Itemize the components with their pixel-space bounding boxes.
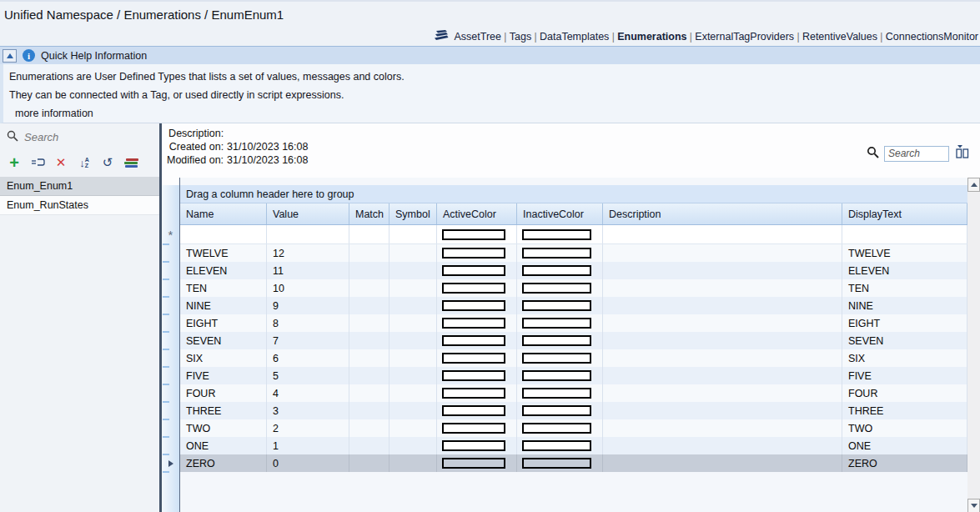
cell-activecolor[interactable] — [437, 419, 517, 437]
active-color-swatch[interactable] — [442, 283, 505, 294]
cell-description[interactable] — [603, 225, 842, 243]
active-color-swatch[interactable] — [442, 423, 505, 434]
cell-inactivecolor[interactable] — [517, 314, 603, 332]
column-header-value[interactable]: Value — [267, 203, 349, 224]
cell-symbol[interactable] — [389, 332, 437, 349]
cell-match[interactable] — [349, 297, 389, 314]
cell-value[interactable]: 11 — [267, 262, 349, 279]
collapse-button[interactable] — [3, 49, 17, 63]
column-header-description[interactable]: Description — [603, 203, 842, 224]
cell-name[interactable]: TEN — [180, 279, 267, 297]
column-header-name[interactable]: Name — [180, 203, 267, 224]
active-color-swatch[interactable] — [442, 388, 505, 399]
cell-value[interactable] — [267, 225, 349, 243]
cell-value[interactable]: 3 — [267, 402, 349, 419]
cell-inactivecolor[interactable] — [517, 225, 603, 243]
cell-symbol[interactable] — [389, 314, 437, 332]
cell-symbol[interactable] — [389, 419, 437, 437]
rename-button[interactable] — [30, 155, 45, 170]
cell-value[interactable]: 5 — [267, 367, 349, 384]
cell-name[interactable]: FIVE — [180, 367, 267, 384]
cell-inactivecolor[interactable] — [517, 297, 603, 314]
table-row[interactable]: FIVE5FIVE — [180, 367, 967, 384]
cell-value[interactable]: 9 — [267, 297, 349, 314]
cell-inactivecolor[interactable] — [517, 244, 603, 262]
inactive-color-swatch[interactable] — [522, 405, 591, 416]
import-export-button[interactable] — [123, 155, 138, 170]
cell-activecolor[interactable] — [437, 384, 517, 402]
cell-display[interactable]: TWELVE — [842, 244, 967, 262]
cell-match[interactable] — [349, 332, 389, 349]
cell-match[interactable] — [349, 402, 389, 419]
table-row[interactable] — [180, 225, 967, 244]
inactive-color-swatch[interactable] — [522, 353, 591, 364]
cell-activecolor[interactable] — [437, 297, 517, 314]
cell-symbol[interactable] — [389, 297, 437, 314]
delete-button[interactable]: ✕ — [53, 155, 68, 170]
table-row[interactable]: TEN10TEN — [180, 279, 967, 297]
cell-match[interactable] — [349, 279, 389, 297]
table-row[interactable]: EIGHT8EIGHT — [180, 314, 967, 332]
cell-description[interactable] — [603, 384, 842, 402]
cell-match[interactable] — [349, 244, 389, 262]
active-color-swatch[interactable] — [442, 440, 505, 451]
table-row[interactable]: NINE9NINE — [180, 297, 967, 314]
cell-description[interactable] — [603, 332, 842, 349]
sidebar-item-enum_runstates[interactable]: Enum_RunStates — [0, 196, 159, 215]
column-header-displaytext[interactable]: DisplayText — [842, 203, 967, 224]
table-row[interactable]: SIX6SIX — [180, 349, 967, 367]
active-color-swatch[interactable] — [442, 318, 505, 329]
active-color-swatch[interactable] — [442, 229, 505, 240]
cell-description[interactable] — [603, 454, 842, 472]
inactive-color-swatch[interactable] — [522, 318, 591, 329]
table-row[interactable]: SEVEN7SEVEN — [180, 332, 967, 349]
cell-match[interactable] — [349, 454, 389, 472]
cell-symbol[interactable] — [389, 349, 437, 367]
cell-value[interactable]: 0 — [267, 454, 349, 472]
cell-match[interactable] — [349, 384, 389, 402]
cell-activecolor[interactable] — [437, 314, 517, 332]
cell-symbol[interactable] — [389, 402, 437, 419]
cell-display[interactable]: ONE — [842, 437, 967, 454]
cell-display[interactable]: FOUR — [842, 384, 967, 402]
cell-symbol[interactable] — [389, 279, 437, 297]
cell-symbol[interactable] — [389, 244, 437, 262]
nav-tab-connectionsmonitor[interactable]: ConnectionsMonitor — [886, 31, 978, 43]
cell-value[interactable]: 10 — [267, 279, 349, 297]
cell-display[interactable]: NINE — [842, 297, 967, 314]
cell-description[interactable] — [603, 349, 842, 367]
cell-name[interactable]: THREE — [180, 402, 267, 419]
inactive-color-swatch[interactable] — [522, 335, 591, 346]
nav-tab-tags[interactable]: Tags — [510, 31, 531, 43]
cell-name[interactable]: EIGHT — [180, 314, 267, 332]
cell-match[interactable] — [349, 225, 389, 243]
cell-activecolor[interactable] — [437, 349, 517, 367]
inactive-color-swatch[interactable] — [522, 265, 591, 276]
cell-inactivecolor[interactable] — [517, 384, 603, 402]
inactive-color-swatch[interactable] — [522, 458, 591, 469]
cell-inactivecolor[interactable] — [517, 419, 603, 437]
cell-inactivecolor[interactable] — [517, 279, 603, 297]
cell-symbol[interactable] — [389, 454, 437, 472]
cell-display[interactable]: ELEVEN — [842, 262, 967, 279]
scroll-down-button[interactable] — [967, 499, 980, 512]
group-by-band[interactable]: Drag a column header here to group — [180, 185, 967, 203]
inactive-color-swatch[interactable] — [522, 388, 591, 399]
column-header-match[interactable]: Match — [349, 203, 389, 224]
cell-display[interactable]: THREE — [842, 402, 967, 419]
table-row[interactable]: ONE1ONE — [180, 437, 967, 454]
cell-inactivecolor[interactable] — [517, 437, 603, 454]
table-row[interactable]: TWO2TWO — [180, 419, 967, 437]
cell-description[interactable] — [603, 402, 842, 419]
active-color-swatch[interactable] — [442, 265, 505, 276]
cell-display[interactable]: SIX — [842, 349, 967, 367]
cell-name[interactable]: ONE — [180, 437, 267, 454]
table-row[interactable]: THREE3THREE — [180, 402, 967, 419]
cell-symbol[interactable] — [389, 262, 437, 279]
cell-value[interactable]: 4 — [267, 384, 349, 402]
cell-inactivecolor[interactable] — [517, 349, 603, 367]
cell-match[interactable] — [349, 437, 389, 454]
cell-value[interactable]: 8 — [267, 314, 349, 332]
cell-value[interactable]: 7 — [267, 332, 349, 349]
cell-symbol[interactable] — [389, 384, 437, 402]
